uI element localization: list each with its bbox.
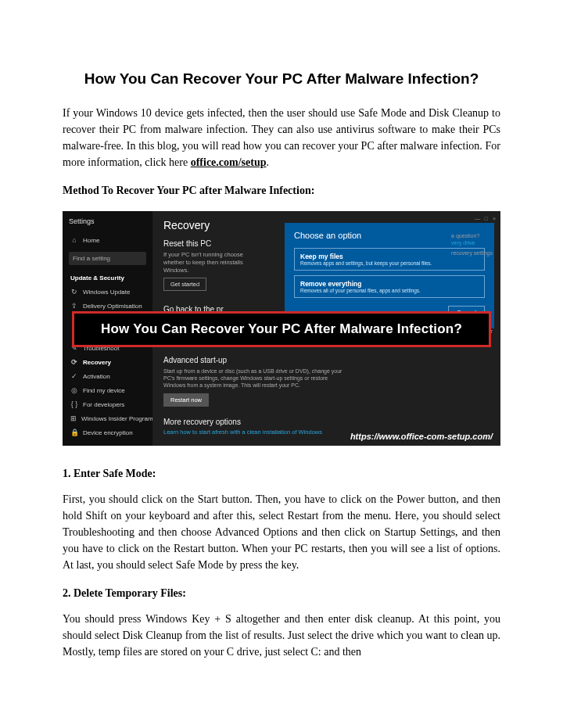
watermark-url: https://www.office-com-setup.com/ [350,432,493,441]
sidebar-item-label: Delivery Optimisation [83,303,142,310]
option-description: Removes all of your personal files, apps… [300,288,479,293]
advanced-startup-description: Start up from a device or disc (such as … [163,368,343,389]
option-title: Remove everything [300,280,479,288]
lock-icon: 🔒 [70,429,78,436]
find-device-icon: ◎ [70,386,78,394]
sidebar-item-device-encryption[interactable]: 🔒Device encryption [69,425,146,439]
method-heading: Method To Recover Your PC after Malware … [63,185,500,197]
sidebar-item-insider-programme[interactable]: ⊞Windows Insider Programme [69,411,146,425]
sidebar-item-label: Home [83,237,99,244]
intro-text: If your Windows 10 device gets infected,… [63,107,500,168]
sidebar-item-activation[interactable]: ✓Activation [69,369,146,383]
sidebar-item-windows-update[interactable]: ↻Windows Update [69,285,146,299]
developers-icon: { } [70,400,78,408]
update-icon: ↻ [70,288,78,296]
intro-paragraph: If your Windows 10 device gets infected,… [63,105,500,170]
sidebar-item-label: Recovery [83,359,111,366]
option-remove-everything[interactable]: Remove everything Removes all of your pe… [294,275,485,298]
page-title: How You Can Recover Your PC After Malwar… [63,70,500,88]
recovery-icon: ⟳ [70,358,78,366]
sidebar-item-label: Windows Update [83,289,130,296]
sidebar-section-update-security: Update & Security [69,271,146,285]
intro-period: . [266,156,269,168]
window-controls: — □ × [475,216,496,221]
home-icon: ⌂ [70,236,78,244]
step-2-body: You should press Windows Key + S altoget… [63,611,500,660]
sidebar-item-label: Find my device [83,387,125,394]
get-started-button[interactable]: Get started [163,278,206,291]
option-description: Removes apps and settings, but keeps you… [300,260,479,266]
sidebar-item-label: Activation [83,373,110,380]
sidebar-item-home[interactable]: ⌂ Home [69,233,146,247]
step-1-body: First, you should click on the Start but… [63,491,500,573]
windows-recovery-screenshot: Settings ⌂ Home Find a setting Update & … [63,211,500,446]
step-1-heading: 1. Enter Safe Mode: [63,468,500,480]
find-setting-input[interactable]: Find a setting [69,252,146,265]
sidebar-item-label: Windows Insider Programme [81,415,162,422]
more-recovery-heading: More recovery options [163,418,489,426]
intro-link[interactable]: office.com/setup [191,156,267,168]
restart-now-button[interactable]: Restart now [163,393,209,407]
sidebar-item-find-my-device[interactable]: ◎Find my device [69,383,146,397]
settings-label: Settings [69,217,146,225]
sidebar-item-recovery[interactable]: ⟳Recovery [69,355,146,369]
sidebar-item-for-developers[interactable]: { }For developers [69,397,146,411]
step-2-heading: 2. Delete Temporary Files: [63,587,500,600]
help-sidebar-snippet: a question? very drive recovery settings [451,233,493,256]
reset-description: If your PC isn't running choose whether … [163,251,246,274]
insider-icon: ⊞ [70,414,77,422]
sidebar-item-label: Device encryption [83,429,133,436]
sidebar-item-label: For developers [83,401,124,408]
banner-text: How You Can Recover Your PC After Malwar… [101,321,462,336]
overlay-banner: How You Can Recover Your PC After Malwar… [72,311,491,347]
delivery-icon: ⇪ [70,302,78,310]
advanced-startup-heading: Advanced start-up [163,356,489,364]
activation-icon: ✓ [70,372,78,380]
